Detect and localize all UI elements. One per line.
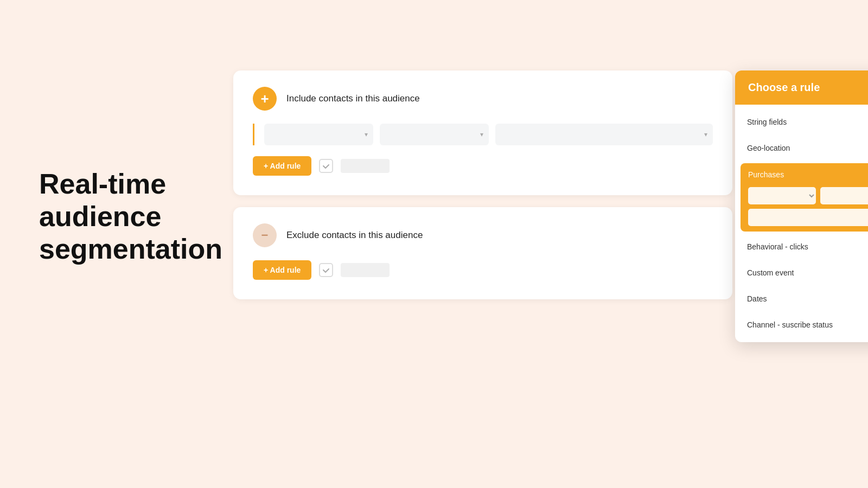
include-select-1[interactable] [264, 124, 373, 145]
rule-item-label: Geo-location [747, 144, 790, 152]
exclude-footer-label [341, 263, 390, 277]
main-content: + Include contacts in this audience + [233, 70, 732, 311]
purchases-dropdown-2[interactable] [820, 187, 869, 204]
include-dropdown-2[interactable] [380, 124, 489, 145]
rule-item-label: Dates [747, 294, 767, 303]
rule-item-dates[interactable]: Dates [735, 286, 868, 312]
exclude-card-header: − Exclude contacts in this audience [253, 223, 713, 247]
purchases-input-row: ► [748, 209, 868, 226]
rule-panel-header: Choose a rule [735, 70, 868, 105]
rule-panel: Choose a rule String fields Geo-location [735, 70, 868, 342]
include-title: Include contacts in this audience [286, 93, 420, 104]
rule-item-label: Channel - suscribe status [747, 320, 833, 329]
exclude-add-rule-button[interactable]: + Add rule [253, 260, 311, 280]
exclude-card-footer: + Add rule [253, 260, 713, 280]
include-footer-label [341, 159, 390, 173]
include-rule-row [253, 124, 713, 145]
purchases-dropdown-1[interactable] [748, 187, 816, 204]
rule-item-label-purchases: Purchases [748, 170, 784, 179]
rule-item-string-fields[interactable]: String fields [735, 109, 868, 135]
include-checkbox[interactable] [319, 159, 333, 173]
purchases-dropdowns [748, 187, 868, 204]
exclude-card: − Exclude contacts in this audience + Ad… [233, 207, 732, 299]
include-icon: + [253, 87, 277, 111]
include-dropdown-1[interactable] [264, 124, 373, 145]
rule-item-custom-event[interactable]: Custom event [735, 260, 868, 286]
exclude-title: Exclude contacts in this audience [286, 230, 423, 241]
exclude-icon: − [253, 223, 277, 247]
purchases-input[interactable] [748, 209, 868, 226]
include-card-header: + Include contacts in this audience [253, 87, 713, 111]
page-title: Real-time audience segmentation [39, 168, 202, 265]
include-select-2[interactable] [380, 124, 489, 145]
include-select-3[interactable] [495, 124, 713, 145]
rule-item-label: String fields [747, 118, 787, 126]
purchases-sub-content: ► [748, 187, 868, 226]
rule-item-behavioral-clicks[interactable]: Behavioral - clicks [735, 234, 868, 260]
include-card-footer: + Add rule [253, 156, 713, 176]
include-dropdown-3[interactable] [495, 124, 713, 145]
rule-item-purchases[interactable]: Purchases [741, 163, 868, 232]
rule-item-label: Custom event [747, 268, 794, 277]
include-add-rule-button[interactable]: + Add rule [253, 156, 311, 176]
exclude-checkbox[interactable] [319, 263, 333, 277]
include-card: + Include contacts in this audience + [233, 70, 732, 195]
rule-panel-body: String fields Geo-location Purchases [735, 105, 868, 342]
rule-item-geo-location[interactable]: Geo-location [735, 135, 868, 161]
rule-item-label: Behavioral - clicks [747, 242, 808, 251]
rule-item-channel-subscribe[interactable]: Channel - suscribe status [735, 312, 868, 338]
